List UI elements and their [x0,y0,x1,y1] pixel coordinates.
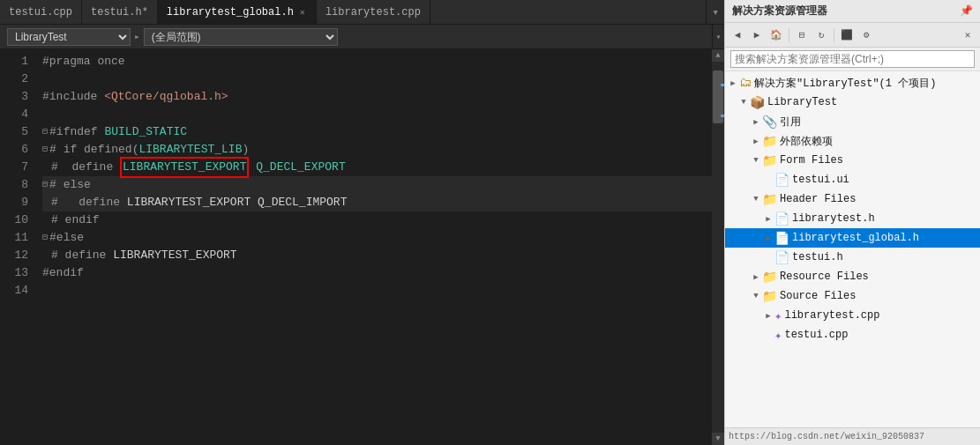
code-line-13: #endif [42,264,712,282]
librarytest-global-h-icon: 📄 [774,231,789,246]
testui-h-icon: 📄 [774,250,789,265]
tree-item-librarytest-global-h[interactable]: ▶ 📄 librarytest_global.h [725,228,980,248]
tree-item-librarytest-h[interactable]: ▶ 📄 librarytest.h [725,209,980,228]
testui-h-label: testui.h [792,251,843,263]
collapse-icon-5[interactable]: ⊟ [42,123,48,141]
code-line-9: # define LIBRARYTEST_EXPORT Q_DECL_IMPOR… [42,194,712,211]
expand-librarytest[interactable]: ▼ [737,98,750,107]
expand-solution[interactable]: ▶ [727,78,739,88]
expand-formfiles[interactable]: ▼ [750,156,762,165]
tab-librarytest-global-h[interactable]: librarytest_global.h ✕ [158,0,317,24]
editor-panel: testui.cpp testui.h* librarytest_global.… [0,0,724,445]
sourcefiles-icon: 📁 [762,289,777,304]
sidebar-header: 解决方案资源管理器 📌 [725,0,980,23]
filter-btn[interactable]: ⊟ [793,26,811,44]
scroll-down-btn[interactable]: ▼ [712,433,724,445]
ref-label: 引用 [780,115,801,130]
expand-librarytest-cpp[interactable]: ▶ [762,311,774,321]
expand-ref[interactable]: ▶ [750,117,762,127]
collapse-icon-6[interactable]: ⊟ [42,141,48,159]
expand-sourcefiles[interactable]: ▼ [750,292,762,300]
highlight-librarytest-export: LIBRARYTEST_EXPORT [120,157,249,178]
tree-item-resourcefiles[interactable]: ▶ 📁 Resource Files [725,267,980,286]
scope-selector[interactable]: (全局范围) [144,28,338,46]
solution-explorer-panel: 解决方案资源管理器 📌 ◀ ▶ 🏠 ⊟ ↻ ⬛ ⚙ ✕ ▶ 🗂 解决方案"Lib… [724,0,980,445]
refresh-btn[interactable]: ↻ [812,26,830,44]
testui-cpp-icon: ✦ [774,328,782,343]
tree-item-testui-ui[interactable]: ▶ 📄 testui.ui [725,170,980,189]
tab-label: testui.cpp [9,6,72,19]
tab-testui-cpp[interactable]: testui.cpp [0,0,82,24]
back-btn[interactable]: ◀ [729,26,746,44]
expand-resourcefiles[interactable]: ▶ [750,272,762,282]
sidebar-title: 解决方案资源管理器 [732,4,827,19]
tab-testui-h[interactable]: testui.h* [82,0,158,24]
tree-item-solution[interactable]: ▶ 🗂 解决方案"LibraryTest"(1 个项目) [725,73,980,93]
code-line-5: ⊟ #ifndef BUILD_STATIC [42,123,712,141]
sidebar-status-bar: https://blog.csdn.net/weixin_92050837 [725,427,980,445]
home-btn[interactable]: 🏠 [767,26,785,44]
solution-tree: ▶ 🗂 解决方案"LibraryTest"(1 个项目) ▼ 📦 Library… [725,71,980,427]
code-line-4 [42,106,712,123]
search-bar [725,48,980,71]
tab-label: librarytest_global.h [167,6,294,19]
tab-bar: testui.cpp testui.h* librarytest_global.… [0,0,724,25]
ref-icon: 📎 [762,115,777,130]
close-panel-btn[interactable]: ✕ [959,26,976,44]
project-icon: 📦 [750,95,765,110]
tree-item-librarytest-cpp[interactable]: ▶ ✦ librarytest.cpp [725,306,980,325]
expand-headerfiles[interactable]: ▼ [750,195,762,204]
breadcrumb-left: LibraryTest ▸ (全局范围) [0,28,712,46]
forward-btn[interactable]: ▶ [748,26,766,44]
sidebar-pin-icon[interactable]: 📌 [960,4,973,18]
testui-ui-label: testui.ui [792,174,849,186]
line-numbers: 1 2 3 4 5 6 7 8 9 10 11 12 13 14 [0,49,35,445]
expand-librarytest-global-h[interactable]: ▶ [762,234,774,243]
tab-label: testui.h* [91,6,148,19]
librarytest-cpp-icon: ✦ [774,308,782,323]
resourcefiles-label: Resource Files [780,271,869,283]
scroll-up-btn[interactable]: ▲ [712,49,724,62]
tree-item-sourcefiles[interactable]: ▼ 📁 Source Files [725,286,980,306]
tree-item-headerfiles[interactable]: ▼ 📁 Header Files [725,189,980,209]
scroll-track[interactable] [712,62,724,433]
code-line-12: # define LIBRARYTEST_EXPORT [42,247,712,264]
breadcrumb-scroll-btn[interactable]: ▾ [712,25,724,48]
tree-item-testui-h[interactable]: ▶ 📄 testui.h [725,248,980,267]
expand-extdep[interactable]: ▶ [750,137,762,146]
extdep-label: 外部依赖项 [780,134,833,149]
properties-btn[interactable]: ⚙ [857,26,875,44]
solution-label: 解决方案"LibraryTest"(1 个项目) [754,76,936,91]
headerfiles-icon: 📁 [762,192,777,207]
code-content[interactable]: #pragma once #include <QtCore/qglobal.h>… [35,49,712,445]
code-line-3: #include <QtCore/qglobal.h> [42,88,712,106]
scroll-marker-1 [721,84,724,86]
expand-librarytest-h[interactable]: ▶ [762,214,774,224]
testui-cpp-label: testui.cpp [784,329,848,341]
class-selector[interactable]: LibraryTest [7,28,131,46]
tree-item-extdep[interactable]: ▶ 📁 外部依赖项 [725,131,980,151]
librarytest-h-icon: 📄 [774,211,789,226]
extdep-icon: 📁 [762,134,777,149]
code-line-1: #pragma once [42,53,712,70]
resourcefiles-icon: 📁 [762,270,777,285]
code-area: 1 2 3 4 5 6 7 8 9 10 11 12 13 14 #pragma… [0,49,724,445]
tab-close-icon[interactable]: ✕ [298,6,307,19]
search-input[interactable] [730,50,975,68]
sidebar-url: https://blog.csdn.net/weixin_92050837 [729,432,924,441]
solution-icon: 🗂 [739,76,752,90]
librarytest-h-label: librarytest.h [792,212,875,225]
code-scrollbar[interactable]: ▲ ▼ [712,49,724,445]
tree-item-ref[interactable]: ▶ 📎 引用 [725,112,980,131]
tree-item-formfiles[interactable]: ▼ 📁 Form Files [725,151,980,170]
tab-librarytest-cpp[interactable]: librarytest.cpp [317,0,430,24]
tab-overflow-arrow[interactable]: ▾ [706,0,724,24]
collapse-icon-11[interactable]: ⊟ [42,229,48,247]
tree-item-testui-cpp[interactable]: ▶ ✦ testui.cpp [725,325,980,345]
collapse-all-btn[interactable]: ⬛ [838,26,856,44]
collapse-icon-8[interactable]: ⊟ [42,176,48,194]
testui-ui-icon: 📄 [774,173,789,188]
tree-item-librarytest[interactable]: ▼ 📦 LibraryTest [725,93,980,112]
formfiles-label: Form Files [780,154,843,167]
code-line-6: ⊟ # if defined(LIBRARYTEST_LIB) [42,141,712,159]
